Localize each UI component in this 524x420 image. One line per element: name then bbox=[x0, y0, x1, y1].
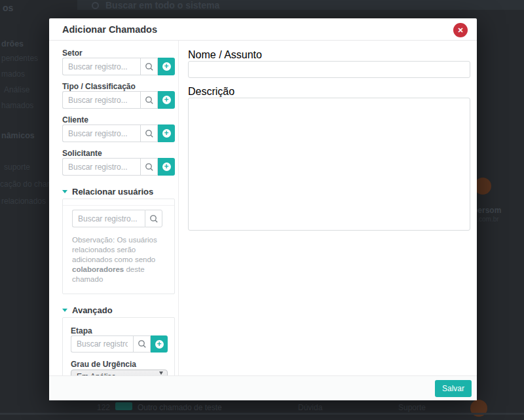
setor-add-button[interactable]: + bbox=[158, 58, 175, 75]
modal-body: Setor + Tipo / Classificação bbox=[49, 41, 477, 375]
section-title: Avançado bbox=[72, 306, 113, 315]
add-icon: + bbox=[162, 96, 171, 104]
relacionar-search-input[interactable] bbox=[72, 210, 145, 227]
etapa-search-button[interactable] bbox=[133, 335, 151, 353]
add-icon: + bbox=[162, 62, 171, 71]
left-column: Setor + Tipo / Classificação bbox=[49, 41, 179, 375]
etapa-search-input[interactable] bbox=[71, 335, 133, 353]
etapa-input-group: + bbox=[71, 335, 168, 353]
status-badge bbox=[115, 402, 132, 410]
descricao-textarea[interactable] bbox=[188, 98, 470, 231]
cliente-label: Cliente bbox=[62, 116, 174, 124]
solicitante-field: Solicitante + bbox=[62, 149, 174, 176]
solicitante-input-group: + bbox=[62, 158, 175, 176]
select-value: Em Análise bbox=[77, 372, 116, 375]
table-cell-type: Dúvida bbox=[298, 403, 322, 412]
setor-field: Setor + bbox=[62, 49, 174, 75]
modal-header: Adicionar Chamados ✕ bbox=[49, 18, 477, 41]
relacionar-note: Observação: Os usuários relacionados ser… bbox=[72, 235, 165, 284]
setor-search-button[interactable] bbox=[140, 58, 158, 75]
avancado-section-toggle[interactable]: Avançado bbox=[62, 306, 174, 315]
modal-title: Adicionar Chamados bbox=[62, 24, 157, 35]
tipo-search-input[interactable] bbox=[62, 91, 140, 109]
etapa-add-button[interactable]: + bbox=[151, 335, 168, 353]
profile-name: bersom bbox=[473, 206, 501, 215]
sidebar-item: os bbox=[3, 3, 13, 13]
cliente-search-input[interactable] bbox=[62, 124, 140, 142]
select-arrows-icon bbox=[155, 373, 163, 375]
sidebar-item: nâmicos bbox=[1, 131, 35, 140]
cliente-search-button[interactable] bbox=[140, 124, 158, 142]
sidebar-item: relacionados bbox=[1, 197, 46, 206]
sidebar-item: mados bbox=[1, 69, 25, 79]
search-icon bbox=[138, 339, 147, 349]
grau-urgencia-label: Grau de Urgência bbox=[71, 360, 166, 369]
avancado-panel: Etapa + Grau de Urgência Em Análise bbox=[62, 317, 175, 375]
sidebar-item: drões bbox=[1, 39, 24, 48]
add-chamados-modal: Adicionar Chamados ✕ Setor + bbox=[49, 18, 477, 400]
relacionar-usuarios-section-toggle[interactable]: Relacionar usuários bbox=[62, 187, 174, 196]
cliente-add-button[interactable]: + bbox=[158, 124, 175, 142]
relacionar-usuarios-panel: Observação: Os usuários relacionados ser… bbox=[62, 199, 175, 294]
save-button[interactable]: Salvar bbox=[435, 380, 472, 397]
sidebar-item: hamados bbox=[1, 101, 33, 110]
sidebar-item: pendentes bbox=[1, 54, 38, 63]
table-cell-id: 122 bbox=[97, 403, 110, 412]
close-button[interactable]: ✕ bbox=[453, 23, 468, 37]
setor-search-input[interactable] bbox=[62, 58, 140, 75]
right-column: Nome / Assunto Descrição bbox=[179, 41, 477, 375]
table-cell-sector: Suporte bbox=[398, 403, 426, 412]
solicitante-search-input[interactable] bbox=[62, 158, 140, 176]
relacionar-input-group bbox=[72, 210, 162, 227]
search-icon bbox=[149, 214, 159, 223]
setor-input-group: + bbox=[62, 58, 175, 75]
grau-urgencia-select[interactable]: Em Análise bbox=[71, 370, 168, 375]
global-search-bar: Buscar em todo o sistema bbox=[77, 0, 524, 10]
cliente-input-group: + bbox=[62, 124, 175, 142]
setor-label: Setor bbox=[62, 49, 174, 58]
search-icon bbox=[92, 2, 99, 9]
caret-down-icon bbox=[62, 309, 67, 312]
sidebar-item: suporte bbox=[4, 162, 30, 172]
add-icon: + bbox=[162, 129, 171, 138]
descricao-label: Descrição bbox=[188, 86, 234, 97]
solicitante-label: Solicitante bbox=[62, 149, 174, 158]
search-icon bbox=[145, 129, 154, 138]
add-icon: + bbox=[162, 162, 171, 171]
divider bbox=[0, 413, 524, 415]
relacionar-search-button[interactable] bbox=[145, 210, 162, 227]
sidebar-item: Análise bbox=[4, 85, 29, 94]
nome-assunto-label: Nome / Assunto bbox=[188, 49, 262, 60]
tipo-label: Tipo / Classificação bbox=[62, 83, 174, 91]
search-icon bbox=[145, 62, 154, 71]
note-bold-text: colaboradores bbox=[72, 265, 124, 273]
divider bbox=[63, 199, 174, 206]
tipo-add-button[interactable]: + bbox=[158, 91, 175, 109]
close-icon: ✕ bbox=[457, 26, 463, 34]
solicitante-add-button[interactable]: + bbox=[158, 158, 175, 176]
tipo-field: Tipo / Classificação + bbox=[62, 83, 174, 109]
global-search-text: Buscar em todo o sistema bbox=[105, 0, 219, 10]
search-icon bbox=[145, 96, 154, 105]
section-title: Relacionar usuários bbox=[72, 187, 153, 196]
caret-down-icon bbox=[62, 190, 67, 193]
etapa-label: Etapa bbox=[71, 327, 166, 335]
modal-footer: Salvar bbox=[49, 375, 477, 400]
note-text: Observação: Os usuários relacionados ser… bbox=[72, 236, 157, 263]
tipo-search-button[interactable] bbox=[140, 91, 158, 109]
cliente-field: Cliente + bbox=[62, 116, 174, 142]
tipo-input-group: + bbox=[62, 91, 175, 109]
add-icon: + bbox=[155, 340, 164, 349]
search-icon bbox=[145, 162, 154, 172]
table-cell-title: Outro chamado de teste bbox=[138, 403, 222, 412]
nome-assunto-input[interactable] bbox=[188, 61, 470, 78]
solicitante-search-button[interactable] bbox=[140, 158, 158, 176]
